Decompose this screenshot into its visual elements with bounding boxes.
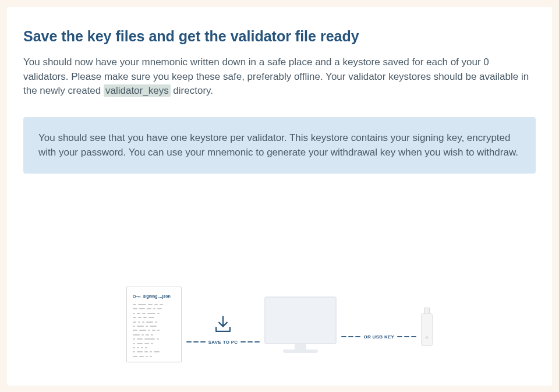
or-usb-text: OR USB KEY [363,334,394,340]
keystore-doc-title: signing....json [143,294,171,298]
svg-point-0 [133,295,135,298]
save-to-pc-label: SAVE TO PC [186,340,260,345]
save-illustration: signing....json [7,287,552,362]
validator-keys-code: validator_keys [104,84,171,97]
keystore-document-icon: signing....json [126,287,182,362]
info-callout-text: You should see that you have one keystor… [38,132,518,158]
info-callout: You should see that you have one keystor… [23,117,536,174]
intro-text-pre: You should now have your mnemonic writte… [23,56,529,96]
page-heading: Save the key files and get the validator… [23,28,536,45]
intro-paragraph: You should now have your mnemonic writte… [23,55,536,98]
keystore-doc-body [133,304,178,358]
download-block: SAVE TO PC [186,315,260,345]
intro-text-post: directory. [171,85,213,96]
download-icon [213,315,233,336]
content-card: Save the key files and get the validator… [7,7,552,386]
monitor-icon [264,296,337,353]
save-to-pc-text: SAVE TO PC [208,340,238,345]
key-icon [133,291,141,301]
usb-icon [421,308,433,346]
or-usb-label: OR USB KEY [341,334,416,340]
